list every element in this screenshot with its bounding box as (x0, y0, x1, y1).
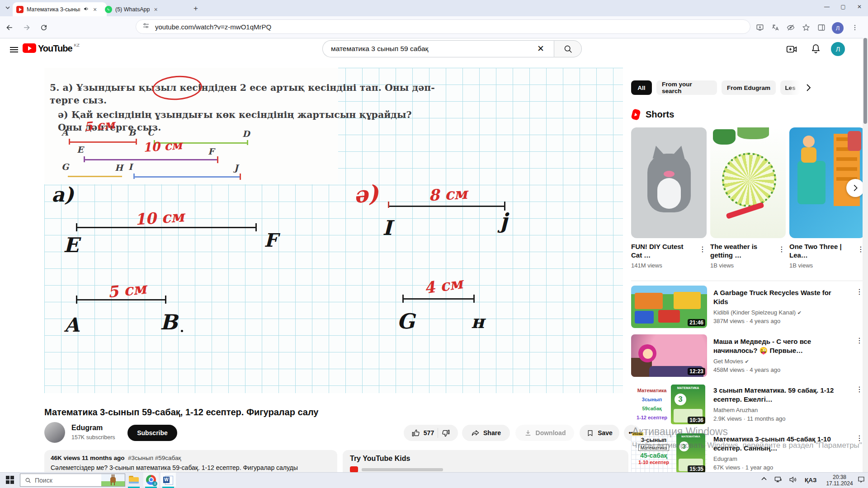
youtube-favicon-icon (16, 6, 24, 13)
taskbar-file-explorer[interactable] (126, 473, 142, 487)
window-maximize-button[interactable]: ▢ (835, 0, 851, 14)
search-query-text: математика 3 сынып 59 сабақ (331, 45, 428, 53)
search-button[interactable] (554, 40, 582, 57)
suggested-channel[interactable]: Edugram (713, 455, 737, 462)
shorts-title[interactable]: The weather is getting … (710, 242, 770, 259)
dislike-icon (442, 429, 450, 437)
video-title: Математика 3-сынып 59-сабақ, 1-12 есепте… (44, 407, 318, 418)
start-button[interactable] (6, 476, 14, 484)
create-video-icon[interactable] (786, 43, 797, 57)
save-bookmark-icon (586, 429, 594, 437)
like-dislike-pill[interactable]: 577 (404, 425, 458, 441)
youtube-logo[interactable]: YouTube KZ (23, 43, 80, 54)
shorts-card-2[interactable] (710, 127, 786, 238)
channel-name[interactable]: Edugram (71, 424, 103, 432)
youtube-account-avatar[interactable]: Л (831, 42, 845, 56)
browser-tab-active[interactable]: Математика 3-сынып 59-с × (13, 2, 107, 16)
verified-icon: ✔ (745, 359, 749, 364)
filter-chip-clipped[interactable]: Les (780, 80, 800, 95)
bookmark-star-icon[interactable] (800, 22, 812, 33)
window-close-button[interactable]: ✕ (852, 0, 867, 14)
suggested-channel[interactable]: Kidibli (Kinder Spielzeug Kanal) ✔ (713, 309, 802, 316)
page-scrollbar-thumb[interactable] (863, 38, 867, 124)
browser-tab-whatsapp[interactable]: (5) WhatsApp × (101, 2, 193, 16)
share-button[interactable]: Share (462, 425, 510, 441)
suggested-kebab-icon[interactable]: ⋮ (856, 287, 863, 296)
suggested-thumbnail[interactable]: 12:23 (631, 334, 707, 377)
shorts-kebab-icon[interactable]: ⋮ (778, 245, 785, 253)
kids-promo-title: Try YouTube Kids (350, 455, 621, 463)
suggested-title[interactable]: 3 сынып Математика. 59 сабақ. 1-12 есепт… (713, 386, 847, 404)
divider (438, 428, 438, 438)
suggested-kebab-icon[interactable]: ⋮ (856, 336, 863, 345)
tab-close-icon[interactable]: × (92, 6, 98, 13)
segment-label: F (208, 146, 214, 156)
site-settings-icon[interactable] (142, 22, 150, 31)
suggested-channel[interactable]: Mathem Aruzhan (713, 407, 758, 413)
forward-icon[interactable] (21, 22, 33, 33)
browser-profile-avatar[interactable]: Л (832, 22, 844, 34)
download-button[interactable]: Download (515, 425, 574, 441)
filter-chip-from-your-search[interactable]: From your search (656, 80, 717, 95)
menu-hamburger-icon[interactable] (10, 46, 18, 54)
tick (84, 156, 85, 162)
filter-chip-all[interactable]: All (631, 80, 652, 95)
taskbar-word[interactable]: W (160, 473, 176, 487)
video-player[interactable]: 5. а) Ұзындығы қызыл кесіндіден 2 есе ар… (44, 68, 623, 393)
notifications-bell-icon[interactable] (810, 43, 821, 56)
time: 20:38 (823, 474, 856, 480)
suggested-title[interactable]: Маша и Медведь - С чего все начиналось? … (713, 337, 847, 355)
drawn-label: н (471, 311, 484, 332)
description-hashtags[interactable]: #3сынып #59сабақ (128, 455, 181, 461)
search-input[interactable]: математика 3 сынып 59 сабақ (322, 40, 554, 57)
suggested-meta: 387M views · 4 years ago (713, 318, 780, 324)
shorts-title[interactable]: FUN! DIY Cutest Cat … (631, 242, 691, 259)
youtube-kids-logo-icon (350, 466, 358, 473)
back-icon[interactable] (4, 22, 15, 33)
suggested-kebab-icon[interactable]: ⋮ (856, 385, 863, 394)
translate-icon[interactable] (769, 22, 781, 33)
tab-search-chevron-icon[interactable] (5, 5, 11, 13)
window-minimize-button[interactable]: — (819, 0, 835, 14)
new-tab-button[interactable]: + (193, 4, 198, 13)
tick (473, 295, 475, 303)
tab-audio-icon[interactable] (83, 6, 89, 13)
tab-close-icon[interactable]: × (153, 6, 158, 13)
shorts-kebab-icon[interactable]: ⋮ (699, 245, 706, 253)
subscribe-button[interactable]: Subscribe (127, 425, 177, 441)
taskbar-clock[interactable]: 20:38 17.11.2024 (823, 474, 856, 487)
address-bar[interactable]: youtube.com/watch?v=z-mwO1qMrPQ (136, 19, 750, 34)
tick (76, 296, 77, 304)
suggested-thumbnail[interactable]: 21:46 (631, 286, 707, 328)
language-indicator[interactable]: ҚАЗ (805, 477, 816, 483)
network-icon[interactable] (774, 475, 783, 486)
date: 17.11.2024 (823, 480, 856, 487)
taskbar-search-box[interactable]: Поиск (20, 474, 125, 487)
search-clear-icon[interactable]: ✕ (537, 43, 544, 54)
shorts-title[interactable]: One Two Three | Lea… (789, 242, 849, 259)
taskbar-chrome[interactable]: Л (143, 473, 159, 487)
tick (255, 223, 257, 231)
save-button[interactable]: Save (580, 425, 619, 441)
shorts-scroll-right-button[interactable] (846, 179, 864, 197)
url-text[interactable]: youtube.com/watch?v=z-mwO1qMrPQ (155, 23, 271, 31)
browser-menu-kebab-icon[interactable] (849, 22, 861, 33)
volume-icon[interactable] (788, 475, 797, 486)
suggested-channel[interactable]: Get Movies ✔ (713, 358, 749, 365)
suggested-thumbnail[interactable]: Математика 3сынып 59сабақ 1-12 есептер М… (631, 383, 707, 426)
tray-chevron-icon[interactable] (760, 475, 768, 484)
password-eye-icon[interactable] (785, 22, 797, 33)
chips-scroll-right-icon[interactable] (803, 82, 814, 95)
action-center-icon[interactable] (857, 475, 865, 485)
suggested-title[interactable]: A Garbage Truck Recycles Waste for Kids (713, 288, 847, 306)
share-icon (471, 429, 480, 437)
shorts-card-1[interactable] (631, 127, 707, 238)
duration-badge: 10:36 (688, 417, 705, 424)
reload-icon[interactable] (38, 22, 50, 33)
suggested-thumbnail[interactable]: 2023ж 3-сынып Математика 45-сабақ 1-10 е… (631, 432, 707, 474)
filter-chip-from-edugram[interactable]: From Edugram (722, 80, 776, 95)
tick (402, 295, 404, 303)
install-app-icon[interactable] (754, 22, 766, 33)
side-panel-icon[interactable] (816, 22, 827, 33)
channel-avatar[interactable] (44, 422, 65, 443)
